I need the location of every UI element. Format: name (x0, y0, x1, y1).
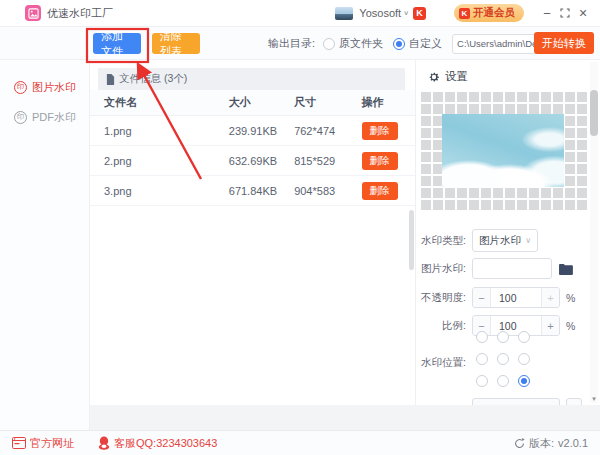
column-filename: 文件名 (104, 95, 229, 110)
settings-panel: 设置 水印类型: 图片水印 ∨ 图片水印: (415, 60, 600, 405)
output-dir-label: 输出目录: (268, 36, 315, 51)
picture-icon (28, 8, 39, 19)
toolbar: 添加文件 清除列表 输出目录: 原文件夹 自定义 开始转换 (0, 27, 600, 60)
radio-custom-label[interactable]: 自定义 (409, 36, 442, 51)
file-info-bar: 文件信息 (3个) (98, 68, 405, 90)
opacity-value[interactable]: 100 (491, 288, 541, 307)
scale-label: 比例: (416, 319, 466, 333)
k-badge-icon: K (413, 7, 426, 20)
image-watermark-input[interactable] (472, 258, 552, 279)
document-icon (106, 74, 115, 85)
sidebar-item-image-watermark[interactable]: 印 图片水印 (0, 72, 89, 102)
position-radio[interactable] (476, 375, 488, 387)
clipped-control (472, 398, 560, 405)
vip-label: 开通会员 (473, 6, 515, 20)
settings-title: 设置 (445, 69, 468, 84)
vip-k-icon: K (459, 8, 470, 19)
file-list-panel: 文件信息 (3个) 文件名 大小 尺寸 操作 1.png 239.91KB 76… (90, 60, 415, 405)
table-row: 3.png 671.84KB 904*583 删除 (90, 176, 415, 206)
position-radio[interactable] (476, 331, 488, 343)
watermark-type-row: 水印类型: 图片水印 ∨ (416, 229, 538, 252)
cell-size: 632.69KB (229, 155, 294, 167)
position-radio[interactable] (476, 353, 488, 365)
maximize-button[interactable] (556, 8, 574, 18)
opacity-label: 不透明度: (416, 291, 466, 305)
scale-unit: % (566, 320, 575, 332)
sidebar-item-label: PDF水印 (32, 110, 76, 125)
position-label: 水印位置: (416, 356, 466, 370)
add-files-button[interactable]: 添加文件 (93, 33, 141, 54)
table-row: 2.png 632.69KB 815*529 删除 (90, 146, 415, 176)
pick-watermark-button[interactable] (558, 263, 573, 275)
stamp-icon: 印 (14, 81, 27, 94)
open-vip-button[interactable]: K 开通会员 (454, 4, 524, 22)
image-watermark-row: 图片水印: (416, 258, 573, 279)
app-window: 优速水印工厂 Yososoft ∨ K K 开通会员 − × 添加文件 清除列表… (0, 0, 600, 455)
image-watermark-label: 图片水印: (416, 262, 466, 276)
position-radio[interactable] (497, 331, 509, 343)
official-website-label: 官方网址 (30, 436, 74, 451)
browser-icon (12, 437, 26, 449)
table-header: 文件名 大小 尺寸 操作 (90, 90, 415, 116)
position-radio[interactable] (497, 375, 509, 387)
cell-size: 239.91KB (229, 125, 294, 137)
position-radio[interactable] (518, 353, 530, 365)
official-website-link[interactable]: 官方网址 (12, 436, 74, 451)
app-logo-icon (25, 5, 41, 21)
position-radio[interactable] (518, 331, 530, 343)
minimize-button[interactable]: − (538, 6, 556, 21)
chevron-down-icon: ∨ (525, 236, 531, 245)
stamp-icon: 印 (14, 111, 27, 124)
column-action: 操作 (356, 95, 415, 110)
start-convert-button[interactable]: 开始转换 (534, 32, 594, 54)
maximize-icon (560, 8, 570, 18)
user-avatar[interactable] (335, 7, 353, 20)
version-info[interactable]: 版本: v2.0.1 (514, 436, 588, 451)
opacity-unit: % (566, 292, 575, 304)
radio-original-folder[interactable] (323, 38, 335, 50)
cell-dimensions: 762*474 (294, 125, 355, 137)
sidebar: 印 图片水印 印 PDF水印 (0, 60, 90, 430)
account-name[interactable]: Yososoft (359, 7, 401, 19)
delete-button[interactable]: 删除 (362, 152, 398, 170)
chevron-down-icon[interactable]: ∨ (403, 9, 409, 16)
cell-dimensions: 904*583 (294, 185, 355, 197)
scrollbar-thumb[interactable] (590, 90, 598, 136)
table-scrollbar[interactable] (409, 210, 414, 270)
cell-dimensions: 815*529 (294, 155, 355, 167)
column-dimensions: 尺寸 (294, 95, 355, 110)
watermark-type-label: 水印类型: (416, 234, 466, 248)
window-title: 优速水印工厂 (47, 6, 113, 21)
clipped-control (566, 398, 582, 405)
clear-list-button[interactable]: 清除列表 (152, 33, 200, 54)
folder-icon (558, 263, 573, 275)
settings-scrollbar[interactable]: ▾ (590, 62, 598, 403)
delete-button[interactable]: 删除 (362, 182, 398, 200)
cell-filename: 2.png (104, 155, 229, 167)
qq-icon (98, 436, 110, 450)
output-path-input[interactable] (452, 34, 540, 54)
customer-service-qq-label: 客服QQ:3234303643 (114, 436, 217, 451)
cell-filename: 3.png (104, 185, 229, 197)
customer-service-qq[interactable]: 客服QQ:3234303643 (98, 436, 217, 451)
position-radio[interactable] (497, 353, 509, 365)
opacity-plus-button[interactable]: + (541, 288, 559, 307)
main-area: 印 图片水印 印 PDF水印 文件信息 (3个) 文件名 大小 尺寸 操作 (0, 60, 600, 430)
position-radio[interactable] (518, 375, 530, 387)
preview-image (442, 114, 564, 187)
radio-custom-folder[interactable] (393, 38, 405, 50)
status-bar: 官方网址 客服QQ:3234303643 版本: v2.0.1 (0, 430, 600, 455)
sidebar-item-label: 图片水印 (32, 80, 76, 95)
radio-original-label[interactable]: 原文件夹 (339, 36, 383, 51)
scroll-down-icon[interactable]: ▾ (590, 395, 598, 403)
watermark-type-select[interactable]: 图片水印 ∨ (472, 229, 538, 252)
sidebar-item-pdf-watermark[interactable]: 印 PDF水印 (0, 102, 89, 132)
file-info-title: 文件信息 (3个) (119, 72, 187, 86)
scale-plus-button[interactable]: + (541, 316, 559, 335)
watermark-preview (419, 90, 587, 212)
close-button[interactable]: × (574, 5, 592, 21)
opacity-minus-button[interactable]: − (473, 288, 491, 307)
version-label: 版本: (529, 436, 554, 451)
title-bar: 优速水印工厂 Yososoft ∨ K K 开通会员 − × (0, 0, 600, 27)
delete-button[interactable]: 删除 (362, 122, 398, 140)
